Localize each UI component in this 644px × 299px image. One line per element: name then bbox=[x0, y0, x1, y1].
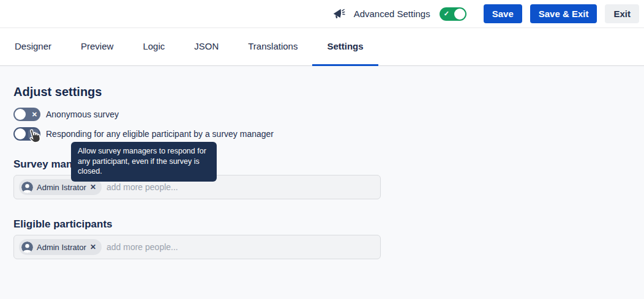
add-people-placeholder: add more people... bbox=[107, 242, 178, 252]
anonymous-survey-label: Anonymous survey bbox=[46, 109, 119, 119]
tab-json[interactable]: JSON bbox=[179, 28, 233, 66]
tab-preview[interactable]: Preview bbox=[66, 28, 128, 66]
tab-logic[interactable]: Logic bbox=[128, 28, 179, 66]
avatar-icon bbox=[21, 242, 33, 253]
person-chip: Admin Istrator ✕ bbox=[19, 239, 102, 255]
megaphone-icon bbox=[331, 7, 346, 21]
save-button[interactable]: Save bbox=[484, 4, 522, 23]
eligible-participants-input[interactable]: Admin Istrator ✕ add more people... bbox=[13, 235, 381, 259]
advanced-settings-label: Advanced Settings bbox=[354, 9, 430, 19]
tab-designer[interactable]: Designer bbox=[0, 28, 66, 66]
toggle-tooltip: Allow survey managers to respond for any… bbox=[71, 142, 217, 182]
anonymous-survey-toggle[interactable]: ✕ bbox=[13, 108, 40, 121]
anonymous-survey-row: ✕ Anonymous survey bbox=[13, 108, 631, 121]
toggle-knob bbox=[15, 109, 26, 120]
tab-bar: Designer Preview Logic JSON Translations… bbox=[0, 28, 644, 66]
toggle-knob bbox=[454, 9, 465, 20]
add-people-placeholder: add more people... bbox=[107, 182, 178, 192]
check-icon: ✓ bbox=[444, 10, 449, 17]
save-and-exit-button[interactable]: Save & Exit bbox=[530, 4, 597, 23]
avatar-icon bbox=[21, 182, 33, 193]
eligible-participants-heading: Eligible participants bbox=[13, 218, 631, 231]
page-title: Adjust settings bbox=[13, 66, 631, 99]
chip-name-label: Admin Istrator bbox=[37, 243, 86, 252]
advanced-settings-toggle[interactable]: ✓ bbox=[440, 7, 466, 21]
chip-remove-icon[interactable]: ✕ bbox=[90, 183, 96, 191]
tab-translations[interactable]: Translations bbox=[233, 28, 312, 66]
tab-settings[interactable]: Settings bbox=[312, 28, 378, 66]
toggle-x-icon: ✕ bbox=[32, 111, 37, 118]
respond-any-participant-row: ✕ Responding for any eligible participan… bbox=[13, 127, 631, 141]
exit-button[interactable]: Exit bbox=[605, 4, 639, 23]
settings-panel: Adjust settings ✕ Anonymous survey ✕ Res… bbox=[0, 66, 644, 299]
chip-name-label: Admin Istrator bbox=[37, 183, 86, 192]
chip-remove-icon[interactable]: ✕ bbox=[90, 243, 96, 251]
top-header: Advanced Settings ✓ Save Save & Exit Exi… bbox=[0, 0, 644, 28]
mouse-pointer-cursor bbox=[27, 128, 42, 148]
toggle-knob bbox=[15, 128, 26, 139]
person-chip: Admin Istrator ✕ bbox=[19, 179, 102, 195]
respond-any-participant-label: Responding for any eligible participant … bbox=[46, 129, 274, 139]
